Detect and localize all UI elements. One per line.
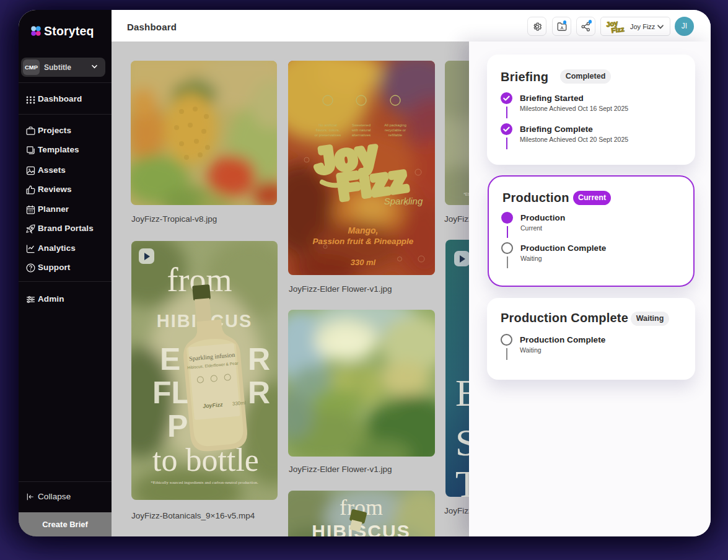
svg-text:E: E: [160, 342, 180, 377]
svg-text:recyclable or: recyclable or: [385, 128, 406, 132]
svg-text:flavors, colors,: flavors, colors,: [316, 128, 340, 132]
svg-text:P: P: [167, 409, 188, 444]
svg-text:Mango,: Mango,: [348, 225, 379, 235]
svg-text:E: E: [455, 372, 469, 414]
svg-text:All packaging: All packaging: [384, 123, 406, 127]
svg-text:*Ethically sourced ingredients: *Ethically sourced ingredients and carbo…: [151, 480, 258, 485]
svg-text:Fizz: Fizz: [611, 25, 625, 34]
svg-text:R: R: [248, 342, 270, 377]
svg-text:with natural: with natural: [351, 128, 371, 132]
svg-text:*Ethically sourced ingredients: *Ethically sourced ingredients and carbo…: [463, 192, 469, 197]
svg-text:Passion fruit & Pineapple: Passion fruit & Pineapple: [313, 237, 414, 246]
svg-text:FL: FL: [152, 375, 190, 410]
svg-text:refillable: refillable: [388, 133, 403, 137]
svg-text:R: R: [248, 375, 270, 410]
svg-text:Sparkling: Sparkling: [384, 196, 423, 206]
svg-text:Sweetened: Sweetened: [352, 123, 371, 127]
svg-text:No artificial: No artificial: [318, 123, 337, 127]
svg-text:330 ml: 330 ml: [351, 258, 376, 267]
svg-text:330ml: 330ml: [232, 400, 247, 407]
svg-text:T: T: [455, 463, 469, 497]
svg-text:S: S: [455, 421, 469, 463]
svg-text:or preservatives: or preservatives: [315, 133, 341, 137]
